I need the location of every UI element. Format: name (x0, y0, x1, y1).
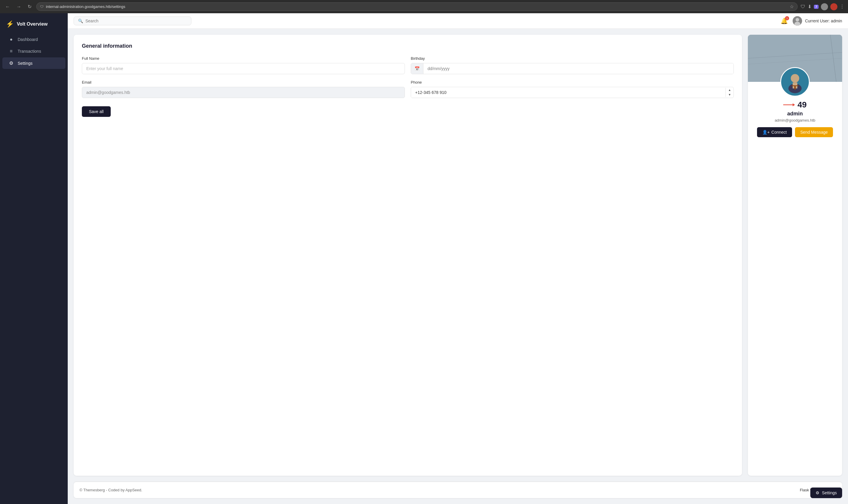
score-arrow (783, 103, 795, 107)
profile-avatar-wrap (780, 67, 810, 96)
transactions-icon: ≡ (8, 49, 14, 54)
phone-decrement[interactable]: ▼ (726, 92, 734, 97)
phone-input[interactable] (411, 87, 725, 98)
download-icon[interactable]: ⬇ (808, 4, 811, 10)
birthday-group: Birthday 📅 (411, 56, 734, 74)
phone-spinner: ▲ ▼ (725, 88, 734, 97)
email-group: Email (82, 80, 405, 98)
extension-badge: 7 (814, 5, 818, 9)
svg-rect-11 (792, 85, 798, 86)
search-container[interactable]: 🔍 (74, 17, 192, 25)
sidebar-nav: ● Dashboard ≡ Transactions ⚙ Settings (0, 34, 68, 69)
svg-point-8 (791, 74, 799, 83)
form-row-2: Email Phone ▲ ▼ (82, 80, 734, 98)
email-label: Email (82, 80, 405, 85)
profile-actions: 👤+ Connect Send Message (757, 127, 833, 137)
app-layout: ⚡ Volt Overview ● Dashboard ≡ Transactio… (0, 13, 848, 504)
svg-marker-14 (793, 103, 795, 106)
sidebar-item-settings-label: Settings (18, 61, 33, 66)
sidebar-item-dashboard-label: Dashboard (18, 37, 38, 42)
dashboard-icon: ● (8, 37, 14, 42)
star-icon[interactable]: ☆ (790, 4, 794, 10)
email-input[interactable] (82, 87, 405, 98)
birthday-input[interactable] (423, 63, 734, 74)
content-area: General information Full Name Birthday 📅 (68, 29, 848, 482)
search-icon: 🔍 (78, 19, 83, 23)
birthday-wrapper: 📅 (411, 63, 734, 74)
security-icon: 🛡 (40, 5, 43, 9)
phone-label: Phone (411, 80, 734, 85)
calendar-icon-button[interactable]: 📅 (411, 63, 423, 74)
phone-wrapper: ▲ ▼ (411, 87, 734, 98)
user-avatar (793, 16, 802, 25)
floating-settings-button[interactable]: ⚙ Settings (810, 487, 842, 498)
sidebar-item-settings[interactable]: ⚙ Settings (2, 57, 65, 69)
browser-profile-avatar2[interactable] (830, 3, 837, 10)
forward-button[interactable]: → (15, 3, 23, 10)
topbar: 🔍 🔔 1 Current User: admin (68, 13, 848, 29)
floating-settings-icon: ⚙ (816, 490, 819, 495)
full-name-input[interactable] (82, 63, 405, 74)
shield-icon[interactable]: 🛡 (800, 4, 805, 10)
back-button[interactable]: ← (3, 3, 12, 10)
notification-bell[interactable]: 🔔 1 (780, 17, 788, 24)
score-value: 49 (797, 100, 807, 109)
browser-chrome: ← → ↻ 🛡 internal-administration.goodgame… (0, 0, 848, 13)
full-name-group: Full Name (82, 56, 405, 74)
topbar-right: 🔔 1 Current User: admin (780, 16, 842, 25)
profile-card: 49 admin admin@goodgames.htb 👤+ Connect … (748, 35, 842, 476)
connect-label: Connect (772, 130, 787, 134)
brand-icon: ⚡ (6, 20, 14, 28)
send-message-button[interactable]: Send Message (795, 127, 833, 137)
footer: © Themesberg - Coded by AppSeed. Flask V… (74, 482, 842, 498)
card-title: General information (82, 43, 734, 49)
svg-point-1 (796, 18, 799, 21)
svg-rect-12 (794, 86, 796, 90)
sidebar-brand[interactable]: ⚡ Volt Overview (0, 18, 68, 34)
sidebar: ⚡ Volt Overview ● Dashboard ≡ Transactio… (0, 13, 68, 504)
profile-email: admin@goodgames.htb (775, 118, 815, 123)
connect-icon: 👤+ (762, 130, 770, 134)
sidebar-item-dashboard[interactable]: ● Dashboard (2, 34, 65, 45)
phone-increment[interactable]: ▲ (726, 88, 734, 92)
browser-actions: 🛡 ⬇ 7 ⋮ (800, 3, 845, 10)
user-info[interactable]: Current User: admin (793, 16, 842, 25)
settings-card: General information Full Name Birthday 📅 (74, 35, 742, 476)
profile-username: admin (787, 111, 802, 117)
sidebar-item-transactions[interactable]: ≡ Transactions (2, 46, 65, 57)
footer-copyright: © Themesberg - Coded by AppSeed. (79, 488, 142, 492)
connect-button[interactable]: 👤+ Connect (757, 127, 792, 137)
main-content: 🔍 🔔 1 Current User: admin (68, 13, 848, 504)
floating-settings-label: Settings (822, 490, 837, 495)
sidebar-item-transactions-label: Transactions (18, 49, 41, 54)
phone-group: Phone ▲ ▼ (411, 80, 734, 98)
profile-avatar (780, 67, 810, 96)
url-text: internal-administration.goodgames.htb/se… (46, 4, 787, 9)
settings-icon: ⚙ (8, 60, 14, 66)
form-row-1: Full Name Birthday 📅 (82, 56, 734, 74)
refresh-button[interactable]: ↻ (26, 3, 33, 10)
brand-label: Volt Overview (17, 21, 48, 27)
notification-badge: 1 (785, 16, 789, 20)
user-label: Current User: admin (805, 19, 842, 23)
birthday-label: Birthday (411, 56, 734, 61)
profile-score-row: 49 (783, 100, 807, 109)
full-name-label: Full Name (82, 56, 405, 61)
menu-icon[interactable]: ⋮ (840, 4, 845, 10)
browser-profile-avatar[interactable] (821, 3, 828, 10)
address-bar[interactable]: 🛡 internal-administration.goodgames.htb/… (36, 2, 798, 11)
search-input[interactable] (85, 19, 187, 23)
save-button[interactable]: Save all (82, 106, 111, 117)
